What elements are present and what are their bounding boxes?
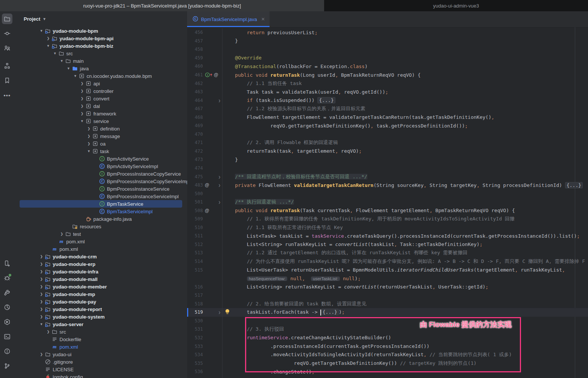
line-number[interactable]: 500 (187, 191, 203, 196)
line-number[interactable]: 456 (187, 30, 203, 35)
annotation-gutter-icon[interactable]: @ (205, 182, 209, 188)
build-icon[interactable] (2, 287, 12, 298)
line-number[interactable]: 457 (187, 38, 203, 44)
tree-item-bpmactivityserviceimpl[interactable]: CBpmActivityServiceImpl (14, 162, 187, 170)
line-number[interactable]: 512 (187, 242, 203, 247)
tree-item-dockerfile[interactable]: Dockerfile (14, 335, 187, 343)
chevron-right-icon[interactable]: ❯ (38, 270, 44, 273)
line-number[interactable]: 534 (187, 352, 203, 357)
line-number[interactable]: 468 (187, 115, 203, 120)
tree-item-test[interactable]: ❯test (14, 230, 187, 238)
line-number[interactable]: 511 (187, 233, 203, 238)
chevron-right-icon[interactable]: ❯ (86, 142, 92, 146)
tree-item-yudao-server[interactable]: ▼yudao-server (14, 320, 187, 328)
git-branch-icon[interactable] (2, 361, 12, 371)
annotation-gutter-icon[interactable]: @ (205, 208, 209, 213)
chevron-right-icon[interactable]: ❯ (79, 112, 85, 115)
tree-item-bpmprocessinstancecopyservice[interactable]: IBpmProcessInstanceCopyService (14, 170, 187, 178)
tree-item-package-info-java[interactable]: package-info.java (14, 215, 187, 223)
line-number[interactable]: 460 (187, 64, 203, 69)
line-number[interactable]: 517 (187, 293, 203, 298)
tree-item-pom-xml[interactable]: mpom.xml (14, 245, 187, 253)
line-number[interactable]: 467 (187, 106, 203, 111)
pull-requests-icon[interactable] (2, 43, 12, 53)
chevron-right-icon[interactable]: ❯ (45, 36, 51, 40)
chevron-down-icon[interactable]: ▼ (86, 149, 92, 153)
chevron-right-icon[interactable]: ❯ (38, 300, 44, 304)
line-number[interactable]: 530 (187, 318, 203, 323)
tree-item-framework[interactable]: ❯framework (14, 110, 187, 117)
tree-item-controller[interactable]: ❯controller (14, 87, 187, 95)
chevron-right-icon[interactable]: ❯ (38, 255, 44, 258)
tree-item-lombok-config[interactable]: lombok.config (14, 373, 187, 378)
chevron-right-icon[interactable]: ❯ (79, 89, 85, 93)
chevron-right-icon[interactable]: ❯ (79, 97, 85, 100)
chevron-down-icon[interactable]: ▼ (72, 74, 78, 78)
debug-icon[interactable] (2, 273, 12, 283)
tree-item-yudao-module-mall[interactable]: ❯yudao-module-mall (14, 275, 187, 283)
tree-item-message[interactable]: ❯message (14, 132, 187, 140)
tree-item-pom-xml[interactable]: mpom.xml (14, 343, 187, 351)
chevron-right-icon[interactable]: ❯ (86, 134, 92, 138)
line-number[interactable]: 510 (187, 225, 203, 230)
chevron-right-icon[interactable]: ❯ (38, 352, 44, 356)
bookmarks-icon[interactable] (2, 75, 12, 86)
profiler-icon[interactable] (2, 302, 12, 313)
tree-item-license[interactable]: LICENSE (14, 366, 187, 373)
annotation-gutter-icon[interactable]: @ (214, 72, 218, 77)
more-icon[interactable]: ••• (2, 90, 12, 100)
line-number[interactable]: 514 (187, 259, 203, 264)
line-number[interactable]: 516 (187, 284, 203, 290)
tree-item-cn-iocoder-yudao-module-bpm[interactable]: ▼cn.iocoder.yudao.module.bpm (14, 72, 187, 80)
fold-arrow-icon[interactable]: ❯ (218, 98, 221, 102)
fold-arrow-icon[interactable]: ❯ (218, 310, 221, 314)
tree-item-main[interactable]: ▼main (14, 57, 187, 65)
chevron-right-icon[interactable]: ❯ (79, 104, 85, 108)
chevron-down-icon[interactable]: ▼ (38, 322, 44, 326)
tree-item-java[interactable]: ▼java (14, 65, 187, 72)
tree-item-resources[interactable]: resources (14, 223, 187, 230)
tree-item-yudao-module-mp[interactable]: ❯yudao-module-mp (14, 290, 187, 298)
chevron-right-icon[interactable]: ❯ (79, 82, 85, 85)
line-number[interactable]: 533 (187, 344, 203, 349)
structure-icon[interactable] (2, 61, 12, 71)
line-number[interactable]: 469 (187, 123, 203, 128)
folded-region-chip[interactable]: {...} (321, 309, 339, 315)
chevron-down-icon[interactable]: ▼ (66, 67, 72, 70)
tree-item-yudao-module-infra[interactable]: ❯yudao-module-infra (14, 268, 187, 275)
chevron-down-icon[interactable]: ▼ (59, 59, 65, 63)
project-panel-header[interactable]: Project ▼ (14, 11, 187, 26)
tree-item-definition[interactable]: ❯definition (14, 125, 187, 132)
tree-item-yudao-module-system[interactable]: ❯yudao-module-system (14, 313, 187, 320)
fold-arrow-icon[interactable]: ❯ (218, 183, 221, 187)
tree-item-yudao-module-report[interactable]: ❯yudao-module-report (14, 305, 187, 313)
tree-item-bpmtaskservice[interactable]: IBpmTaskService (14, 200, 187, 208)
chevron-right-icon[interactable]: ❯ (86, 127, 92, 131)
chevron-down-icon[interactable]: ▼ (52, 52, 58, 55)
line-number[interactable]: 501 (187, 199, 203, 205)
line-number[interactable]: 518 (187, 301, 203, 307)
line-number[interactable]: 508 (187, 208, 203, 213)
chevron-down-icon[interactable]: ▼ (38, 29, 44, 33)
tree-item-yudao-ui[interactable]: ❯yudao-ui (14, 351, 187, 358)
line-number[interactable]: 459 (187, 55, 203, 61)
line-number[interactable]: 471 (187, 140, 203, 145)
chevron-right-icon[interactable]: ❯ (38, 285, 44, 288)
tree-item-bpmprocessinstanceservice[interactable]: IBpmProcessInstanceService (14, 185, 187, 193)
tree-item-yudao-module-bpm[interactable]: ▼yudao-module-bpm (14, 27, 187, 35)
code-editor[interactable]: 456 return previousUserList;457 }458459 … (187, 27, 588, 378)
line-number[interactable]: 531 (187, 326, 203, 332)
tree-item-service[interactable]: ▼service (14, 117, 187, 125)
line-number[interactable]: 470 (187, 132, 203, 137)
tree-item-bpmprocessinstancecopyserviceimpl[interactable]: CBpmProcessInstanceCopyServiceImpl (14, 178, 187, 185)
tree-item-yudao-module-crm[interactable]: ❯yudao-module-crm (14, 253, 187, 260)
tree-item-yudao-module-pay[interactable]: ❯yudao-module-pay (14, 298, 187, 305)
line-number[interactable]: 513 (187, 250, 203, 255)
chevron-right-icon[interactable]: ❯ (38, 307, 44, 311)
line-number[interactable]: 474 (187, 165, 203, 171)
folded-region-chip[interactable]: {...} (565, 182, 583, 188)
line-number[interactable]: 509 (187, 216, 203, 222)
line-number[interactable]: 475 (187, 174, 203, 179)
chevron-down-icon[interactable]: ▼ (79, 119, 85, 123)
line-number[interactable]: 515 (187, 267, 203, 273)
